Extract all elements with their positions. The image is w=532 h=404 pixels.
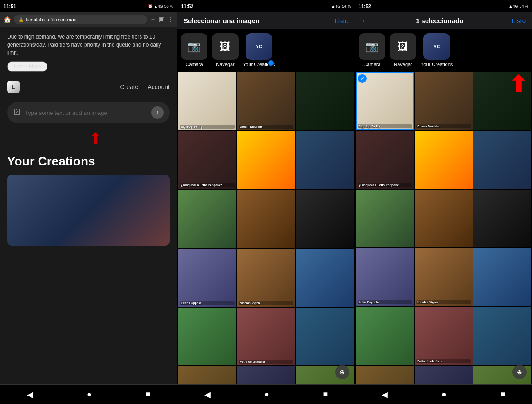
photo-cell[interactable]: Foso fangoso — [415, 366, 472, 384]
create-link[interactable]: Create — [120, 83, 138, 90]
learn-more-button[interactable]: Learn More — [7, 61, 47, 72]
home-nav-left[interactable]: ● — [80, 387, 99, 402]
photo-cell-inner — [296, 131, 354, 189]
camera-option[interactable]: 📷 Cámara — [181, 33, 207, 67]
prompt-input[interactable]: 🖼 Type some text or add an image ↑ — [7, 102, 170, 123]
home-nav-right[interactable]: ● — [434, 387, 454, 402]
zoom-icon[interactable]: ⊕ — [335, 365, 349, 379]
photo-cell[interactable] — [415, 190, 472, 247]
menu-icon[interactable]: ⋮ — [167, 16, 173, 24]
url-bar[interactable]: 🔒 lumalabs.ai/dream-macl — [14, 15, 147, 24]
recents-nav-right[interactable]: ■ — [493, 387, 512, 402]
right-your-creations-option[interactable]: YC Your Creations — [421, 33, 453, 67]
account-link[interactable]: Account — [147, 83, 170, 90]
time-left: 11:51 — [4, 4, 16, 9]
photo-cell-inner — [356, 131, 414, 188]
bottom-nav-left: ◀ ● ■ — [0, 384, 177, 404]
photo-cell[interactable] — [296, 131, 354, 189]
photo-cell[interactable]: Nicolás Vigna — [237, 249, 295, 307]
photo-label: Dream Machine — [239, 125, 293, 129]
photo-cell[interactable]: Nicolás Vigna — [415, 248, 472, 306]
status-panel-left: 11:51 ⏰ ▲4G 55 % — [0, 0, 177, 12]
photo-cell[interactable] — [178, 190, 236, 248]
photo-cell[interactable]: ¿Bloquear a Leito Pappalo? — [178, 131, 236, 189]
photo-cell[interactable] — [473, 190, 531, 247]
send-button[interactable]: ↑ — [151, 106, 164, 119]
photo-cell-inner — [473, 72, 531, 130]
photo-cell[interactable] — [356, 190, 414, 247]
status-bar: 11:51 ⏰ ▲4G 55 % 11:52 ▲4G 54 % 11:52 ▲4… — [0, 0, 532, 12]
photo-cell-inner — [178, 131, 236, 189]
photo-cell[interactable]: Dream Machine — [237, 72, 295, 130]
photo-cell[interactable] — [473, 72, 531, 130]
image-grid-top: 📷 Cámara 🖼 Navegar YC Your Creations — [177, 29, 355, 71]
photo-cell[interactable]: Leito Pappalo — [178, 249, 236, 307]
photo-cell[interactable]: Leito Pappalo — [356, 248, 414, 306]
photo-cell[interactable] — [356, 366, 414, 384]
wifi-icon: ▲4G — [154, 4, 163, 8]
photo-cell[interactable] — [178, 366, 236, 384]
recents-nav-mid[interactable]: ■ — [316, 387, 335, 402]
add-tab-icon[interactable]: ＋ — [150, 16, 156, 24]
photo-cell-inner — [356, 366, 414, 384]
photo-cell[interactable] — [296, 249, 354, 307]
photo-cell[interactable] — [415, 131, 472, 188]
photo-cell[interactable] — [237, 131, 295, 189]
photo-cell[interactable]: Dream Machine — [415, 72, 472, 130]
security-icon: 🔒 — [18, 17, 23, 22]
photo-cell[interactable]: Patio de chafarra — [237, 308, 295, 366]
recents-nav-left[interactable]: ■ — [138, 387, 157, 402]
photo-cell[interactable] — [178, 308, 236, 366]
middle-panel-action[interactable]: Listo — [334, 17, 348, 24]
photo-cell[interactable]: Sign Up To Try — [178, 72, 236, 130]
right-browse-option[interactable]: 🖼 Navegar — [390, 33, 416, 67]
photo-cell-inner — [178, 308, 236, 366]
right-image-grid-top: 📷 Cámara 🖼 Navegar YC Your Creations — [355, 29, 532, 71]
your-creations-option[interactable]: YC Your Creations — [243, 33, 275, 67]
photo-cell[interactable] — [296, 308, 354, 366]
back-button[interactable]: ← — [361, 17, 368, 24]
left-content: L Create Account 🖼 Type some text or add… — [0, 76, 177, 384]
back-nav-mid[interactable]: ◀ — [197, 387, 218, 402]
photo-label: ¿Bloquear a Leito Pappalo? — [358, 183, 412, 187]
back-nav-left[interactable]: ◀ — [20, 387, 40, 402]
photo-label: Patio de chafarra — [416, 359, 470, 363]
bottom-nav-mid: ◀ ● ■ — [177, 384, 355, 404]
photo-cell-inner — [356, 248, 414, 306]
home-icon[interactable]: 🏠 — [4, 16, 11, 23]
your-creations-icon: YC — [246, 33, 272, 60]
browse-option[interactable]: 🖼 Navegar — [212, 33, 239, 67]
photo-cell[interactable] — [356, 307, 414, 365]
photo-cell[interactable] — [296, 190, 354, 248]
photo-cell[interactable]: Patio de chafarra — [415, 307, 472, 365]
middle-panel-title: Seleccionar una imagen — [184, 17, 260, 24]
photo-cell[interactable]: Foso fangoso — [237, 366, 295, 384]
photo-cell-inner — [473, 131, 531, 188]
your-creations-title: Your Creations — [7, 154, 170, 169]
time-mid: 11:52 — [181, 4, 193, 9]
photo-cell[interactable] — [296, 72, 354, 130]
photo-cell[interactable] — [473, 131, 531, 188]
right-panel-action[interactable]: Listo — [512, 17, 526, 24]
notification-banner: Due to high demand, we are temporarily l… — [0, 27, 177, 76]
luma-nav-links: Create Account — [120, 83, 170, 90]
middle-panel: Seleccionar una imagen Listo 📷 Cámara 🖼 … — [177, 12, 355, 384]
photo-cell[interactable] — [237, 190, 295, 248]
bottom-nav-right: ◀ ● ■ — [355, 384, 532, 404]
back-nav-right[interactable]: ◀ — [375, 387, 395, 402]
photo-cell[interactable]: ¿Bloquear a Leito Pappalo? — [356, 131, 414, 188]
photo-cell[interactable]: ✓Sign Up To Try — [356, 72, 414, 130]
photo-cell[interactable] — [473, 248, 531, 306]
battery-right: 54 % — [519, 4, 528, 8]
home-nav-mid[interactable]: ● — [257, 387, 276, 402]
right-camera-option[interactable]: 📷 Cámara — [359, 33, 385, 67]
right-zoom-icon[interactable]: ⊕ — [512, 365, 527, 379]
status-icons-left: ⏰ ▲4G 55 % — [148, 4, 173, 8]
photo-cell-inner — [237, 249, 295, 307]
right-panel-header: ← 1 seleccionado Listo — [355, 12, 532, 29]
battery-mid: 54 % — [342, 4, 351, 8]
creation-thumbnail[interactable] — [7, 175, 170, 246]
photo-cell[interactable] — [473, 307, 531, 365]
tabs-icon[interactable]: ▣ — [159, 16, 164, 24]
photo-cell-inner — [473, 190, 531, 247]
